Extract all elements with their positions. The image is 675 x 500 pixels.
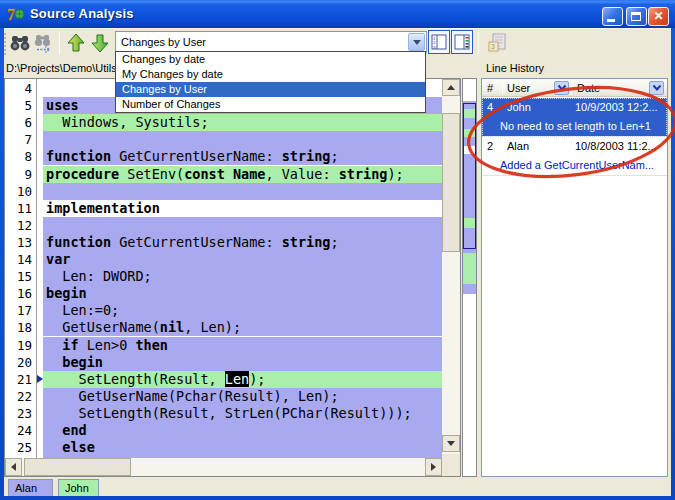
previous-change-button[interactable] <box>64 31 88 55</box>
date-filter-arrow-icon <box>652 84 662 92</box>
overview-viewport-rect[interactable] <box>463 103 476 249</box>
chevron-down-icon <box>413 40 421 45</box>
entry-comment: No need to set length to Len+1 <box>482 117 667 136</box>
code-line[interactable]: 15 Len: DWORD; <box>5 268 442 286</box>
code-line[interactable]: 21 SetLength(Result, Len); <box>5 371 442 389</box>
code-line[interactable]: 16begin <box>5 285 442 303</box>
line-history-entry[interactable]: 2Alan10/8/2003 11:2...Added a GetCurrent… <box>482 137 667 176</box>
column-separator <box>502 81 503 95</box>
line-number: 13 <box>5 234 32 251</box>
line-number: 4 <box>5 80 32 97</box>
column-header-user[interactable]: User <box>507 82 530 94</box>
code-line[interactable]: 22 GetUserName(Pchar(Result), Len); <box>5 388 442 406</box>
view-mode-value: Changes by User <box>121 36 206 48</box>
view-mode-combobox[interactable]: Changes by User <box>115 31 427 53</box>
code-text: procedure SetEnv(const Name, Value: stri… <box>43 166 442 183</box>
line-number: 22 <box>5 388 32 405</box>
horizontal-scroll-thumb[interactable] <box>24 458 131 476</box>
maximize-button[interactable] <box>626 7 647 26</box>
code-text: GetUserName(nil, Len); <box>43 319 442 336</box>
line-history-title: Line History <box>486 62 544 74</box>
dropdown-option[interactable]: Number of Changes <box>116 97 425 112</box>
code-line[interactable]: 14var <box>5 251 442 269</box>
line-number: 8 <box>5 148 32 165</box>
date-filter-button[interactable] <box>649 81 664 95</box>
code-line[interactable]: 6 Windows, Sysutils; <box>5 114 442 132</box>
code-line[interactable]: 17 Len:=0; <box>5 302 442 320</box>
column-header-date[interactable]: Date <box>577 82 600 94</box>
code-text: if Len>0 then <box>43 337 442 354</box>
reports-icon: 3 <box>485 32 509 54</box>
code-text <box>43 183 442 200</box>
overview-segment <box>463 284 476 294</box>
code-text: Len:=0; <box>43 302 442 319</box>
overview-segment <box>463 253 476 284</box>
combobox-dropdown-button[interactable] <box>408 33 425 51</box>
user-filter-button[interactable] <box>554 81 569 95</box>
line-history-entry[interactable]: 4John10/9/2003 12:2...No need to set len… <box>482 98 667 137</box>
code-line[interactable]: 10 <box>5 183 442 201</box>
line-history-panel: # User Date 4John10/9/2003 12:2...No nee… <box>481 78 668 477</box>
code-line[interactable]: 20 begin <box>5 354 442 372</box>
user-filter-arrow-icon <box>557 84 567 92</box>
overview-segment <box>463 79 476 101</box>
code-line[interactable]: 11implementation <box>5 200 442 218</box>
line-number: 24 <box>5 422 32 439</box>
dropdown-option[interactable]: Changes by date <box>116 52 425 67</box>
code-line[interactable]: 24 end <box>5 422 442 440</box>
find-next-button[interactable] <box>33 31 57 55</box>
code-text: function GetCurrentUserName: string; <box>43 148 442 165</box>
code-line[interactable]: 9procedure SetEnv(const Name, Value: str… <box>5 166 442 184</box>
toolbar-separator <box>59 32 60 54</box>
code-text: else <box>43 439 442 456</box>
minimize-button[interactable] <box>602 7 623 26</box>
toggle-overview-bar-button[interactable] <box>451 30 473 54</box>
change-overview-bar[interactable] <box>462 78 477 477</box>
code-line[interactable]: 19 if Len>0 then <box>5 337 442 355</box>
code-text <box>43 131 442 148</box>
code-line[interactable]: 23 SetLength(Result, StrLen(PChar(Result… <box>5 405 442 423</box>
line-numbers-view-icon: 1 2 3 <box>431 34 447 50</box>
line-number: 18 <box>5 319 32 336</box>
minimize-icon <box>607 19 615 22</box>
code-text: SetLength(Result, StrLen(PChar(Result)))… <box>43 405 442 422</box>
vertical-scrollbar[interactable] <box>442 79 460 454</box>
scroll-down-button[interactable] <box>442 435 460 452</box>
line-number: 9 <box>5 166 32 183</box>
code-text: end <box>43 422 442 439</box>
code-line[interactable]: 25 else <box>5 439 442 457</box>
reports-button[interactable]: 3 <box>484 31 510 55</box>
legend-user-john[interactable]: John <box>58 479 99 497</box>
toggle-line-numbers-button[interactable]: 1 2 3 <box>428 30 450 54</box>
next-change-button[interactable] <box>88 31 112 55</box>
code-text: begin <box>43 285 442 302</box>
line-number: 16 <box>5 285 32 302</box>
entry-user: John <box>507 98 531 117</box>
dropdown-option[interactable]: My Changes by date <box>116 67 425 82</box>
scroll-up-button[interactable] <box>442 79 460 96</box>
line-number: 10 <box>5 183 32 200</box>
column-header-number[interactable]: # <box>487 82 493 94</box>
code-lines[interactable]: 45uses6 Windows, Sysutils;78function Get… <box>5 80 442 458</box>
svg-text:7: 7 <box>7 6 15 23</box>
code-line[interactable]: 8function GetCurrentUserName: string; <box>5 148 442 166</box>
code-line[interactable]: 7 <box>5 131 442 149</box>
code-text: GetUserName(Pchar(Result), Len); <box>43 388 442 405</box>
window-title: Source Analysis <box>30 6 134 21</box>
line-history-header: # User Date <box>482 79 667 97</box>
dropdown-option[interactable]: Changes by User <box>116 82 425 97</box>
line-number: 21 <box>5 371 32 388</box>
vertical-scroll-thumb[interactable] <box>442 113 460 252</box>
scroll-left-button[interactable] <box>5 458 22 476</box>
scroll-right-button[interactable] <box>425 458 442 476</box>
horizontal-scrollbar[interactable] <box>5 458 442 476</box>
window-border-left <box>0 28 4 500</box>
line-number: 20 <box>5 354 32 371</box>
line-number: 12 <box>5 217 32 234</box>
code-line[interactable]: 13function GetCurrentUserName: string; <box>5 234 442 252</box>
close-button[interactable]: ✕ <box>648 7 669 26</box>
legend-user-alan[interactable]: Alan <box>8 479 53 497</box>
code-line[interactable]: 18 GetUserName(nil, Len); <box>5 319 442 337</box>
find-button[interactable] <box>8 31 32 55</box>
code-line[interactable]: 12 <box>5 217 442 235</box>
